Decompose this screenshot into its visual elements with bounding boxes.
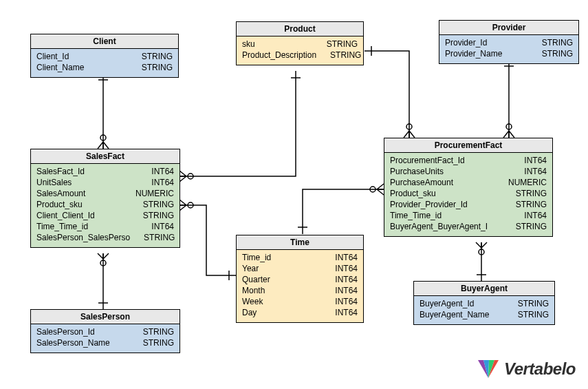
column-row: BuyerAgent_NameSTRING <box>420 309 549 320</box>
column-row: Provider_Provider_IdSTRING <box>390 199 547 210</box>
entity-time[interactable]: Time Time_idINT64 YearINT64 QuarterINT64… <box>236 235 364 323</box>
column-row: PurchaseAmountNUMERIC <box>390 177 547 188</box>
column-row: Provider_IdSTRING <box>445 37 573 48</box>
logo-text: Vertabelo <box>504 359 576 379</box>
svg-point-3 <box>406 124 412 129</box>
column-row: YearINT64 <box>242 263 358 274</box>
column-row: BuyerAgent_BuyerAgent_ISTRING <box>390 221 547 232</box>
svg-point-2 <box>188 174 193 179</box>
entity-product[interactable]: Product skuSTRING Product_DescriptionSTR… <box>236 21 364 65</box>
column-row: UnitSalesINT64 <box>36 177 174 188</box>
entity-body: SalesPerson_IdSTRING SalesPerson_NameSTR… <box>31 324 179 353</box>
logo-icon <box>477 357 500 381</box>
column-row: SalesPerson_NameSTRING <box>36 337 174 348</box>
entity-body: BuyerAgent_IdSTRING BuyerAgent_NameSTRIN… <box>414 296 554 324</box>
column-row: skuSTRING <box>242 39 358 50</box>
entity-salesperson[interactable]: SalesPerson SalesPerson_IdSTRING SalesPe… <box>30 309 180 353</box>
svg-point-4 <box>506 124 512 129</box>
column-row: Client_NameSTRING <box>36 62 173 73</box>
column-row: QuarterINT64 <box>242 274 358 285</box>
entity-client[interactable]: Client Client_IdSTRING Client_NameSTRING <box>30 34 179 78</box>
column-row: Product_skuSTRING <box>390 188 547 199</box>
entity-title: Provider <box>439 21 578 35</box>
column-row: PurchaseUnitsINT64 <box>390 166 547 177</box>
svg-point-5 <box>188 202 193 208</box>
entity-title: Client <box>31 34 178 49</box>
column-row: Product_DescriptionSTRING <box>242 50 358 61</box>
entity-body: Provider_IdSTRING Provider_NameSTRING <box>439 35 578 63</box>
svg-point-0 <box>100 135 106 140</box>
column-row: DayINT64 <box>242 307 358 318</box>
entity-body: SalesFact_IdINT64 UnitSalesINT64 SalesAm… <box>31 164 179 247</box>
entity-title: Time <box>237 235 363 250</box>
column-row: Product_skuSTRING <box>36 199 174 210</box>
column-row: MonthINT64 <box>242 285 358 296</box>
entity-provider[interactable]: Provider Provider_IdSTRING Provider_Name… <box>439 20 579 64</box>
entity-title: SalesPerson <box>31 310 179 324</box>
entity-title: BuyerAgent <box>414 282 554 296</box>
diagram-canvas: Client Client_IdSTRING Client_NameSTRING… <box>0 0 588 389</box>
entity-buyeragent[interactable]: BuyerAgent BuyerAgent_IdSTRING BuyerAgen… <box>413 281 555 325</box>
column-row: WeekINT64 <box>242 296 358 307</box>
column-row: Client_Client_IdSTRING <box>36 210 174 221</box>
entity-body: skuSTRING Product_DescriptionSTRING <box>237 36 363 65</box>
column-row: SalesPerson_IdSTRING <box>36 326 174 337</box>
column-row: Provider_NameSTRING <box>445 48 573 59</box>
column-row: Time_Time_idINT64 <box>36 221 174 232</box>
column-row: Time_Time_idINT64 <box>390 210 547 221</box>
svg-point-7 <box>479 249 484 255</box>
entity-salesfact[interactable]: SalesFact SalesFact_IdINT64 UnitSalesINT… <box>30 149 180 248</box>
svg-point-6 <box>370 187 375 192</box>
vertabelo-logo: Vertabelo <box>477 357 576 381</box>
column-row: SalesAmountNUMERIC <box>36 188 174 199</box>
column-row: Time_idINT64 <box>242 252 358 263</box>
entity-title: ProcurementFact <box>384 138 552 153</box>
column-row: BuyerAgent_IdSTRING <box>420 298 549 309</box>
entity-title: SalesFact <box>31 149 179 164</box>
column-row: ProcurementFact_IdINT64 <box>390 155 547 166</box>
entity-body: Client_IdSTRING Client_NameSTRING <box>31 49 178 77</box>
svg-point-1 <box>100 260 106 266</box>
entity-procurementfact[interactable]: ProcurementFact ProcurementFact_IdINT64 … <box>384 138 553 237</box>
column-row: SalesPerson_SalesPersoSTRING <box>36 232 174 243</box>
entity-body: Time_idINT64 YearINT64 QuarterINT64 Mont… <box>237 250 363 322</box>
column-row: SalesFact_IdINT64 <box>36 166 174 177</box>
entity-body: ProcurementFact_IdINT64 PurchaseUnitsINT… <box>384 153 552 236</box>
column-row: Client_IdSTRING <box>36 51 173 62</box>
entity-title: Product <box>237 22 363 36</box>
